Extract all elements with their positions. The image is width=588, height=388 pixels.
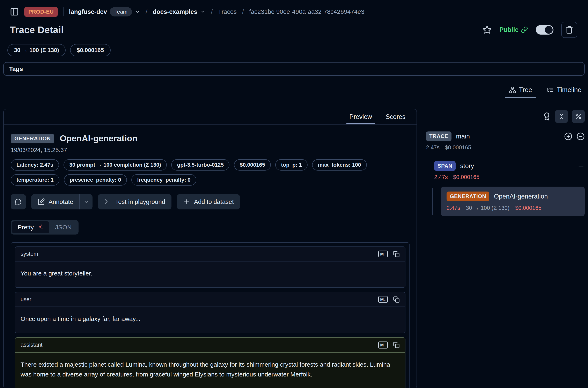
add-to-dataset-button[interactable]: Add to dataset [177, 194, 240, 209]
generation-tokens: 30 → 100 (Σ 130) [466, 205, 509, 211]
tab-timeline[interactable]: Timeline [546, 84, 583, 98]
generation-name: OpenAI-generation [494, 193, 548, 200]
generation-type-badge: GENERATION [447, 192, 489, 201]
json-toggle[interactable]: JSON [49, 221, 77, 233]
link-icon [521, 26, 528, 33]
award-icon[interactable] [542, 112, 551, 121]
timeline-icon [547, 86, 554, 93]
span-cost: $0.000165 [453, 174, 479, 180]
delete-trace-button[interactable] [561, 22, 577, 38]
tab-timeline-label: Timeline [557, 86, 581, 94]
chevron-down-icon[interactable] [135, 9, 140, 14]
tags-section[interactable]: Tags [3, 62, 585, 76]
tab-preview[interactable]: Preview [348, 109, 373, 124]
cost-badge: $0.000165 [234, 159, 271, 170]
circle-minus-icon[interactable] [576, 132, 585, 141]
panel-tabs: Preview Scores [4, 109, 417, 125]
observation-type-badge: GENERATION [11, 134, 54, 143]
trace-latency: 2.47s [426, 145, 440, 151]
trace-detail-page: PROD-EU langfuse-dev Team / docs-example… [0, 0, 588, 388]
pretty-toggle[interactable]: Pretty [12, 221, 49, 233]
copy-icon[interactable] [393, 296, 400, 303]
copy-icon[interactable] [393, 342, 400, 348]
generation-latency: 2.47s [447, 205, 460, 211]
breadcrumb: PROD-EU langfuse-dev Team / docs-example… [3, 4, 585, 19]
assistant-message-paragraph: There existed a majestic planet called L… [21, 360, 400, 379]
assistant-message-paragraph: At the heart of Lumina stood the towerin… [21, 386, 400, 388]
breadcrumb-separator: / [211, 8, 213, 16]
percent-icon [575, 113, 582, 120]
trace-summary: 30 → 100 (Σ 130) $0.000165 [3, 38, 585, 56]
annotate-dropdown-button[interactable] [79, 194, 92, 209]
trace-type-badge: TRACE [426, 131, 452, 141]
format-toggle: Pretty JSON [11, 220, 79, 235]
environment-badge: PROD-EU [24, 7, 58, 17]
public-toggle[interactable] [536, 25, 553, 35]
system-role-label: system [21, 251, 38, 257]
span-name: story [460, 162, 474, 170]
tab-scores[interactable]: Scores [385, 109, 406, 124]
copy-icon[interactable] [393, 251, 400, 257]
sidebar-toggle-icon[interactable] [10, 7, 19, 16]
breadcrumb-divider [63, 7, 64, 16]
assistant-message: assistant M↓ There existed a majestic pl… [15, 337, 406, 388]
tab-tree[interactable]: Tree [508, 84, 534, 98]
toggle-knob [545, 26, 553, 34]
span-latency: 2.47s [434, 174, 448, 180]
sparkles-icon [37, 224, 44, 231]
system-message: system M↓ You are a great storyteller. [15, 246, 406, 288]
chevron-down-icon [83, 199, 89, 205]
observation-meta-badges: Latency: 2.47s 30 prompt → 100 completio… [11, 159, 409, 186]
breadcrumb-org[interactable]: langfuse-dev [69, 8, 107, 15]
model-badge[interactable]: gpt-3.5-turbo-0125 [171, 159, 229, 170]
comment-button[interactable] [11, 194, 26, 209]
annotate-label: Annotate [48, 198, 73, 205]
markdown-toggle-icon[interactable]: M↓ [378, 341, 388, 348]
tree-node-span[interactable]: SPAN story 2.47s $0.000165 GENERATION Op… [434, 161, 585, 216]
comment-icon [15, 198, 22, 206]
tree-node-generation-selected[interactable]: GENERATION OpenAI-generation 2.47s 30 → … [441, 187, 585, 216]
circle-plus-icon[interactable] [564, 132, 572, 141]
token-usage-badge[interactable]: 30 → 100 (Σ 130) [7, 44, 66, 56]
span-type-badge: SPAN [434, 161, 456, 171]
chevrons-down-up-icon [558, 113, 565, 120]
tags-label: Tags [9, 65, 23, 73]
tree-node-trace[interactable]: TRACE main 2.47s $0.000165 [426, 131, 585, 151]
user-message: user M↓ Once upon a time in a galaxy far… [15, 292, 406, 333]
markdown-toggle-icon[interactable]: M↓ [378, 296, 388, 303]
annotate-button[interactable]: Annotate [31, 194, 79, 209]
markdown-toggle-icon[interactable]: M↓ [378, 251, 388, 257]
presence-penalty-badge: presence_penalty: 0 [64, 174, 127, 186]
breadcrumb-separator: / [146, 8, 147, 16]
temperature-badge: temperature: 1 [11, 174, 59, 186]
tab-tree-label: Tree [519, 86, 532, 94]
user-message-content: Once upon a time in a galaxy far, far aw… [15, 307, 405, 333]
assistant-role-label: assistant [21, 342, 43, 348]
breadcrumb-project[interactable]: docs-examples [153, 8, 197, 15]
breadcrumb-separator: / [242, 8, 244, 16]
breadcrumb-traces[interactable]: Traces [218, 8, 237, 15]
messages-container: system M↓ You are a great storyteller. u… [11, 242, 409, 388]
annotate-split-button: Annotate [31, 194, 92, 209]
chevron-down-icon[interactable] [200, 9, 205, 14]
annotate-pen-icon [37, 198, 45, 206]
public-label: Public [499, 26, 519, 34]
observation-name: OpenAI-generation [60, 134, 137, 143]
org-type-badge: Team [110, 7, 132, 17]
collapse-all-button[interactable] [555, 110, 568, 123]
cost-badge[interactable]: $0.000165 [70, 44, 110, 56]
public-link[interactable]: Public [499, 26, 528, 34]
pretty-label: Pretty [18, 224, 34, 231]
trace-cost: $0.000165 [445, 145, 471, 151]
token-badge: 30 prompt → 100 completion (Σ 130) [64, 159, 167, 170]
test-in-playground-label: Test in playground [115, 198, 165, 205]
frequency-penalty-badge: frequency_penalty: 0 [131, 174, 196, 186]
max-tokens-badge: max_tokens: 100 [312, 159, 367, 170]
latency-badge: Latency: 2.47s [11, 159, 59, 170]
metrics-toggle-button[interactable] [572, 110, 585, 123]
tree-icon [509, 86, 516, 93]
minus-icon[interactable] [577, 162, 585, 170]
view-tabs: Tree Timeline [3, 84, 585, 98]
star-icon[interactable] [482, 25, 492, 34]
test-in-playground-button[interactable]: Test in playground [98, 194, 171, 209]
